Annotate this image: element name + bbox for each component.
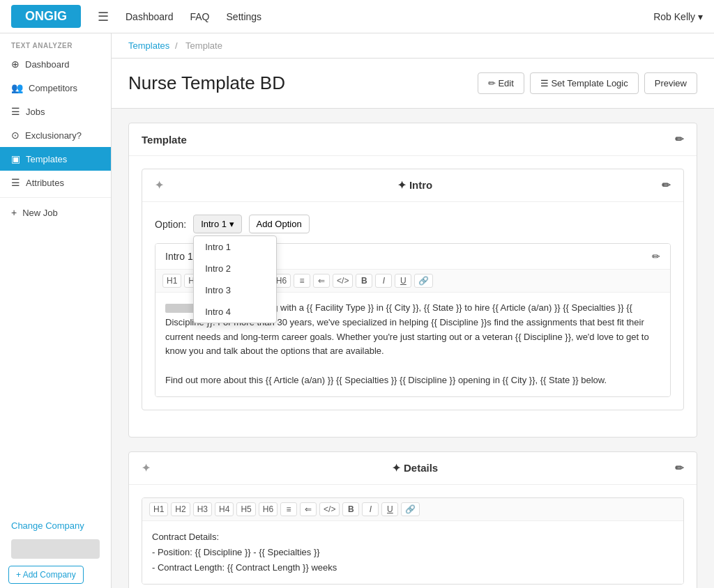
details-toolbar-h5[interactable]: H5 <box>236 502 255 516</box>
details-edit-icon[interactable]: ✏ <box>675 462 684 474</box>
set-template-logic-button[interactable]: ☰ Set Template Logic <box>530 72 639 94</box>
competitors-icon: 👥 <box>11 82 23 93</box>
sidebar-section-label: TEXT ANALYZER <box>0 33 111 52</box>
details-drag-icon: ✦ <box>142 462 151 474</box>
sidebar-divider <box>0 197 111 198</box>
details-section-title: ✦ Details <box>392 462 438 474</box>
details-toolbar-ol[interactable]: ⇐ <box>300 502 317 516</box>
intro-section-title: ✦ Intro <box>397 179 433 192</box>
nav-links: Dashboard FAQ Settings <box>126 11 637 22</box>
option-row: Option: Intro 1 ▾ Intro 1 Intro 2 <box>155 215 671 233</box>
toolbar-italic[interactable]: I <box>375 274 392 288</box>
intro-editor-edit-icon[interactable]: ✏ <box>652 251 660 262</box>
sidebar-item-label: Jobs <box>26 107 45 117</box>
details-toolbar-italic[interactable]: I <box>362 502 379 516</box>
change-company-link[interactable]: Change Company <box>0 515 111 536</box>
logo: ONGIG <box>11 5 81 28</box>
edit-button[interactable]: ✏ Edit <box>478 72 524 94</box>
details-editor-content[interactable]: Contract Details: - Position: {{ Discipl… <box>142 521 683 584</box>
toolbar-h1[interactable]: H1 <box>162 274 181 288</box>
details-toolbar-h2[interactable]: H2 <box>171 502 190 516</box>
breadcrumb-templates-link[interactable]: Templates <box>128 40 169 51</box>
details-toolbar-h1[interactable]: H1 <box>149 502 168 516</box>
dropdown-selected-label: Intro 1 ▾ <box>201 219 234 229</box>
intro-drag-icon: ✦ <box>155 179 164 192</box>
templates-icon: ▣ <box>11 153 20 164</box>
details-toolbar-underline[interactable]: U <box>381 502 398 516</box>
add-option-button[interactable]: Add Option <box>249 215 310 233</box>
dropdown-container: Intro 1 ▾ Intro 1 Intro 2 Intro 3 Intro … <box>193 215 241 233</box>
sidebar: TEXT ANALYZER ⊕ Dashboard 👥 Competitors … <box>0 33 112 588</box>
sidebar-item-templates[interactable]: ▣ Templates <box>0 147 111 171</box>
option-label: Option: <box>155 219 186 230</box>
intro-section-body: Option: Intro 1 ▾ Intro 1 Intro 2 <box>142 202 683 410</box>
details-toolbar-link[interactable]: 🔗 <box>401 502 420 516</box>
add-company-button[interactable]: + Add Company <box>8 566 84 584</box>
toolbar-code[interactable]: </> <box>333 274 353 288</box>
toolbar-link[interactable]: 🔗 <box>414 274 433 288</box>
user-menu[interactable]: Rob Kelly ▾ <box>653 11 703 22</box>
intro-edit-icon[interactable]: ✏ <box>662 179 671 192</box>
template-section-header: Template ✏ <box>129 123 697 156</box>
intro-content-line2: Find out more about this {{ Article (a/a… <box>165 375 607 385</box>
sidebar-item-competitors[interactable]: 👥 Competitors <box>0 76 111 100</box>
toolbar-underline[interactable]: U <box>395 274 411 288</box>
dropdown-item-intro4[interactable]: Intro 4 <box>194 301 276 323</box>
page-title: Nurse Template BD <box>128 72 285 94</box>
details-toolbar-bold[interactable]: B <box>342 502 359 516</box>
dropdown-item-intro1[interactable]: Intro 1 <box>194 236 276 258</box>
intro-dropdown-button[interactable]: Intro 1 ▾ <box>193 215 241 233</box>
sidebar-item-label: Competitors <box>29 83 77 93</box>
intro-dropdown-menu: Intro 1 Intro 2 Intro 3 Intro 4 <box>193 235 277 323</box>
details-line1: Contract Details: <box>152 532 219 542</box>
breadcrumb-separator: / <box>175 40 180 51</box>
toolbar-ul[interactable]: ≡ <box>294 274 310 288</box>
details-line2: - Position: {{ Discipline }} - {{ Specia… <box>152 547 320 557</box>
sidebar-item-jobs[interactable]: ☰ Jobs <box>0 100 111 123</box>
sidebar-item-label: New Job <box>22 208 58 218</box>
sidebar-item-label: Templates <box>26 154 67 164</box>
page-content: Template ✏ ✦ ✦ Intro ✏ <box>112 109 714 588</box>
main-layout: TEXT ANALYZER ⊕ Dashboard 👥 Competitors … <box>0 33 714 588</box>
exclusionary-icon: ⊙ <box>11 130 20 141</box>
sidebar-item-dashboard[interactable]: ⊕ Dashboard <box>0 52 111 76</box>
nav-dashboard[interactable]: Dashboard <box>126 11 174 22</box>
new-job-icon: + <box>11 207 17 218</box>
details-section-header: ✦ ✦ Details ✏ <box>129 452 697 485</box>
jobs-icon: ☰ <box>11 106 20 117</box>
breadcrumb-current: Template <box>185 40 222 51</box>
preview-button[interactable]: Preview <box>644 72 697 94</box>
intro-section-card: ✦ ✦ Intro ✏ Option: Intro 1 ▾ <box>142 169 684 410</box>
nav-faq[interactable]: FAQ <box>190 11 210 22</box>
sidebar-item-label: Attributes <box>26 178 64 188</box>
dropdown-item-intro3[interactable]: Intro 3 <box>194 279 276 301</box>
details-editor-toolbar: H1 H2 H3 H4 H5 H6 ≡ ⇐ </> B I U <box>142 498 683 521</box>
details-toolbar-h6[interactable]: H6 <box>259 502 278 516</box>
template-section-title: Template <box>142 134 187 146</box>
company-avatar <box>11 539 100 559</box>
attributes-icon: ☰ <box>11 177 20 188</box>
details-toolbar-code[interactable]: </> <box>319 502 340 516</box>
details-section-card: ✦ ✦ Details ✏ H1 H2 H3 H4 H5 H6 ≡ <box>128 451 697 588</box>
hamburger-icon[interactable]: ☰ <box>98 9 109 24</box>
intro-editor-title: Intro 1 <box>165 251 193 262</box>
sidebar-item-label: Exclusionary? <box>25 130 82 141</box>
details-toolbar-h4[interactable]: H4 <box>215 502 234 516</box>
details-editor-box: H1 H2 H3 H4 H5 H6 ≡ ⇐ </> B I U <box>142 497 684 585</box>
page-header: Nurse Template BD ✏ Edit ☰ Set Template … <box>112 59 714 109</box>
nav-settings[interactable]: Settings <box>227 11 262 22</box>
sidebar-item-exclusionary[interactable]: ⊙ Exclusionary? <box>0 123 111 147</box>
toolbar-bold[interactable]: B <box>356 274 372 288</box>
details-toolbar-h3[interactable]: H3 <box>193 502 212 516</box>
sidebar-item-attributes[interactable]: ☰ Attributes <box>0 171 111 194</box>
template-section-edit-icon[interactable]: ✏ <box>675 133 684 146</box>
sidebar-item-label: Dashboard <box>25 59 70 70</box>
template-section-body: ✦ ✦ Intro ✏ Option: Intro 1 ▾ <box>129 156 697 437</box>
details-section-body: H1 H2 H3 H4 H5 H6 ≡ ⇐ </> B I U <box>129 485 697 588</box>
details-toolbar-ul[interactable]: ≡ <box>280 502 297 516</box>
template-section-card: Template ✏ ✦ ✦ Intro ✏ <box>128 123 697 438</box>
dropdown-item-intro2[interactable]: Intro 2 <box>194 258 276 279</box>
content-area: Templates / Template Nurse Template BD ✏… <box>112 33 714 588</box>
sidebar-item-new-job[interactable]: + New Job <box>0 201 111 224</box>
toolbar-ol[interactable]: ⇐ <box>313 274 330 288</box>
